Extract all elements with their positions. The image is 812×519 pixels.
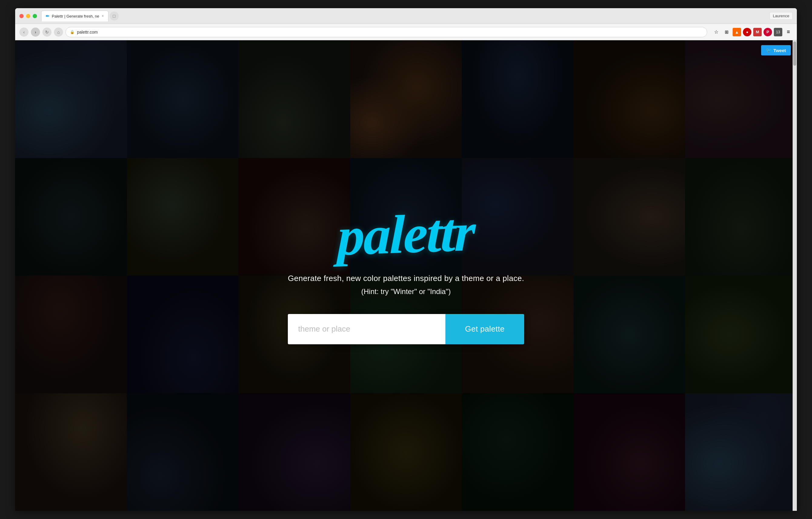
tab-favicon: ✏: [46, 13, 49, 19]
twitter-bird-icon: 🐦: [766, 48, 772, 53]
nav-bar: ‹ › ↻ ⌂ 🔒 palettr.com ☆ ⊞ ▲ ● M P 13 ≡: [15, 24, 797, 40]
home-button[interactable]: ⌂: [54, 28, 63, 37]
browser-frame: ✏ Palettr | Generate fresh, ne × □ Laure…: [15, 8, 797, 511]
window-controls: [20, 14, 37, 18]
pinterest-button[interactable]: P: [763, 28, 772, 36]
extension-number-button[interactable]: 13: [774, 28, 782, 36]
get-palette-button[interactable]: Get palette: [445, 314, 524, 344]
refresh-button[interactable]: ↻: [42, 28, 52, 37]
browser-toolbar-icons: ☆ ⊞ ▲ ● M P 13 ≡: [712, 28, 792, 36]
home-icon: ⌂: [57, 30, 60, 34]
forward-button[interactable]: ›: [31, 28, 40, 37]
address-bar[interactable]: 🔒 palettr.com: [65, 27, 707, 37]
back-button[interactable]: ‹: [20, 28, 28, 37]
share-button[interactable]: ▲: [733, 28, 741, 36]
scrollbar[interactable]: [792, 40, 797, 511]
refresh-icon: ↻: [45, 30, 49, 34]
tab-title: Palettr | Generate fresh, ne: [52, 14, 99, 19]
site-logo: palettr: [337, 205, 475, 264]
hero-section: palettr Generate fresh, new color palett…: [15, 40, 797, 511]
tweet-button[interactable]: 🐦 Tweet: [761, 45, 791, 55]
active-tab[interactable]: ✏ Palettr | Generate fresh, ne ×: [41, 10, 109, 22]
user-profile-label[interactable]: Laurence: [770, 12, 792, 20]
minimize-window-button[interactable]: [26, 14, 30, 18]
tweet-button-label: Tweet: [774, 48, 786, 53]
layers-icon-button[interactable]: ⊞: [722, 28, 731, 36]
bookmark-star-button[interactable]: ☆: [712, 28, 721, 36]
page-content: 🐦 Tweet palettr Generate fresh, new colo…: [15, 40, 797, 511]
scrollbar-thumb[interactable]: [793, 41, 796, 66]
tab-bar: ✏ Palettr | Generate fresh, ne × □: [41, 10, 770, 22]
tagline-text: Generate fresh, new color palettes inspi…: [288, 274, 524, 283]
close-window-button[interactable]: [20, 14, 24, 18]
lock-icon: 🔒: [70, 30, 75, 34]
new-tab-button[interactable]: □: [110, 11, 119, 21]
theme-input[interactable]: [288, 314, 445, 344]
gmail-button[interactable]: M: [753, 28, 762, 36]
forward-icon: ›: [35, 30, 36, 34]
menu-button[interactable]: ≡: [784, 28, 792, 36]
tab-close-button[interactable]: ×: [102, 14, 104, 18]
back-icon: ‹: [23, 30, 25, 34]
search-form: Get palette: [288, 314, 524, 344]
hint-text: (Hint: try "Winter" or "India"): [361, 287, 451, 296]
url-text: palettr.com: [77, 30, 97, 34]
maximize-window-button[interactable]: [33, 14, 37, 18]
title-bar: ✏ Palettr | Generate fresh, ne × □ Laure…: [15, 8, 797, 24]
notification-button[interactable]: ●: [743, 28, 751, 36]
